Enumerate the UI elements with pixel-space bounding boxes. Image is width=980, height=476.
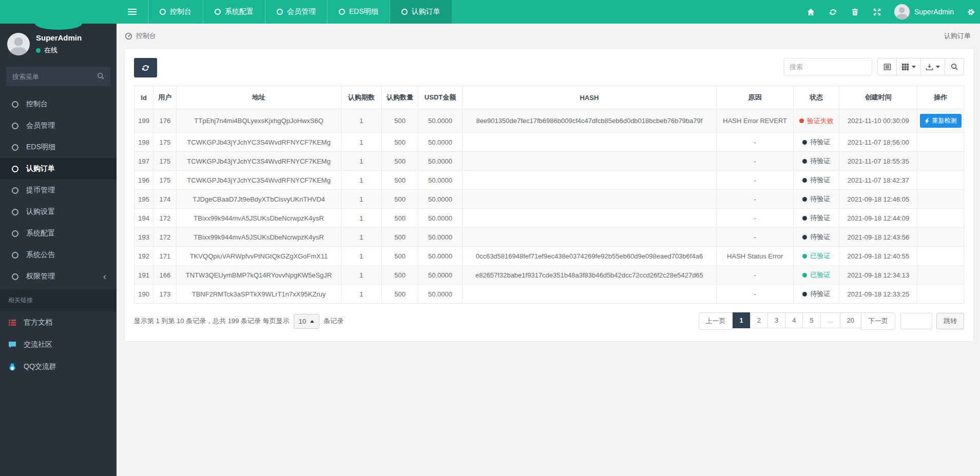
cell-user: 175: [153, 152, 177, 171]
refresh-button[interactable]: [822, 0, 844, 24]
cell-hash: [462, 171, 716, 190]
cell-created: 2021-09-18 12:33:25: [839, 285, 917, 304]
top-nav-tabs: 控制台 系统配置 会员管理 EDS明细 认购订单: [148, 0, 452, 24]
cell-amount: 500: [382, 133, 418, 152]
settings-button[interactable]: [960, 0, 980, 24]
cell-usdt: 50.0000: [418, 228, 463, 247]
pagination-page[interactable]: 20: [840, 312, 861, 330]
sidebar-link-item[interactable]: 官方文档: [0, 311, 117, 333]
cell-address: TJDgeCBaaD7Jt9eBdyXTbCisvyUKnTHVD4: [177, 190, 341, 209]
advanced-search-button[interactable]: [945, 58, 964, 75]
user-menu[interactable]: SuperAdmin: [888, 4, 960, 19]
page-title: 认购订单: [944, 31, 971, 41]
cell-amount: 500: [382, 228, 418, 247]
sidebar-menu-item[interactable]: 会员管理 ‹: [0, 115, 117, 136]
cell-action: [917, 133, 964, 152]
table-row: 193 172 TBixx99k944mvA5JSUKsDbeNcrwpzK4y…: [134, 228, 964, 247]
home-icon: [807, 8, 815, 16]
status-label: 验证失败: [807, 116, 834, 126]
pagination-page[interactable]: 4: [785, 312, 803, 330]
cell-created: 2021-11-07 18:55:35: [839, 152, 917, 171]
pagination: 上一页 12345...20 下一页: [699, 312, 895, 330]
sidebar-search-input[interactable]: [6, 67, 110, 86]
page-jump-button[interactable]: 跳转: [936, 313, 964, 329]
cell-id: 196: [134, 171, 153, 190]
top-nav-tab[interactable]: 认购订单: [390, 0, 452, 24]
top-navbar: 控制台 系统配置 会员管理 EDS明细 认购订单: [117, 0, 980, 24]
status-label: 待验证: [810, 232, 830, 242]
cell-user: 176: [153, 109, 177, 133]
toggle-detail-view-button[interactable]: [877, 58, 897, 75]
sidebar-link-item[interactable]: QQ交流群: [0, 355, 117, 378]
page-jump-input[interactable]: [900, 313, 932, 329]
sidebar-toggle-button[interactable]: [117, 0, 148, 24]
pagination-page[interactable]: 2: [750, 312, 768, 330]
cell-user: 166: [153, 266, 177, 285]
pagination-page[interactable]: 5: [802, 312, 820, 330]
cell-hash: [462, 228, 716, 247]
cell-reason: -: [716, 171, 793, 190]
top-nav-tab[interactable]: 系统配置: [203, 0, 265, 24]
pagination-next[interactable]: 下一页: [861, 312, 895, 330]
pagination-page[interactable]: ...: [820, 312, 840, 330]
sidebar-menu-item[interactable]: 控制台 ‹: [0, 93, 117, 115]
cell-usdt: 50.0000: [418, 133, 463, 152]
page-size-select[interactable]: 10: [294, 314, 319, 329]
sidebar-menu-item[interactable]: EDS明细 ‹: [0, 136, 117, 158]
table-search: [784, 58, 872, 75]
search-icon: [951, 63, 958, 71]
sidebar-links: 官方文档 交流社区 QQ交流群: [0, 311, 117, 378]
cell-user: 175: [153, 171, 177, 190]
chevron-left-icon: ‹: [103, 272, 111, 281]
pagination-page[interactable]: 3: [767, 312, 785, 330]
top-nav-tab[interactable]: EDS明细: [327, 0, 390, 24]
sidebar-menu-item-label: 提币管理: [26, 186, 55, 195]
export-dropdown-button[interactable]: [920, 58, 945, 75]
online-status-label: 在线: [44, 46, 57, 55]
status-dot-icon: [802, 292, 807, 296]
top-nav-tab[interactable]: 控制台: [148, 0, 203, 24]
circle-icon: [12, 273, 18, 280]
pagination-page[interactable]: 1: [733, 312, 751, 330]
sidebar: SuperAdmin 在线 控制台 ‹ 会员管理 ‹: [0, 24, 117, 476]
table-footer: 显示第 1 到第 10 条记录，总共 199 条记录 每页显示 10 条记录 上…: [134, 312, 964, 330]
cell-amount: 500: [382, 266, 418, 285]
cell-status: 待验证: [794, 228, 839, 247]
cell-id: 198: [134, 133, 153, 152]
status-badge: 验证失败: [799, 116, 834, 126]
sidebar-search: [6, 67, 110, 86]
search-icon: [97, 72, 105, 80]
cell-id: 197: [134, 152, 153, 171]
trash-button[interactable]: [844, 0, 866, 24]
chevron-down-icon: [936, 66, 940, 68]
columns-dropdown-button[interactable]: [896, 58, 921, 75]
cell-hash: [462, 133, 716, 152]
refresh-table-button[interactable]: [134, 58, 157, 77]
sidebar-menu-item[interactable]: 认购订单 ‹: [0, 158, 117, 180]
sidebar-menu-item[interactable]: 系统配置 ‹: [0, 223, 117, 244]
cell-reason: -: [716, 266, 793, 285]
cell-created: 2021-09-18 12:43:56: [839, 228, 917, 247]
sidebar-menu-item[interactable]: 系统公告 ‹: [0, 244, 117, 266]
status-dot-icon: [802, 273, 807, 277]
sidebar-menu-item[interactable]: 认购设置 ‹: [0, 201, 117, 223]
fullscreen-button[interactable]: [866, 0, 888, 24]
table-search-input[interactable]: [784, 58, 872, 75]
cell-status: 待验证: [794, 190, 839, 209]
sidebar-link-item[interactable]: 交流社区: [0, 333, 117, 355]
circle-icon: [12, 144, 18, 151]
sidebar-menu-item[interactable]: 提币管理 ‹: [0, 180, 117, 201]
pagination-prev[interactable]: 上一页: [699, 312, 733, 330]
avatar: [894, 4, 910, 19]
top-nav-tab[interactable]: 会员管理: [265, 0, 327, 24]
cell-amount: 500: [382, 109, 418, 133]
table-row: 199 176 TTpEhj7n4mi4BQLyexsKjxhgQpJoHwxS…: [134, 109, 964, 133]
cell-address: TKVQQpiuVARWpfvvPtNGtQkGZgXGoFmX11: [177, 247, 341, 266]
cell-action: [917, 285, 964, 304]
cell-reason: HASH Error REVERT: [716, 109, 793, 133]
home-button[interactable]: [800, 0, 822, 24]
sidebar-menu-item[interactable]: 权限管理 ‹: [0, 266, 117, 287]
cell-action: [917, 247, 964, 266]
recheck-button[interactable]: 重新检测: [920, 114, 962, 128]
status-label: 待验证: [810, 156, 830, 166]
